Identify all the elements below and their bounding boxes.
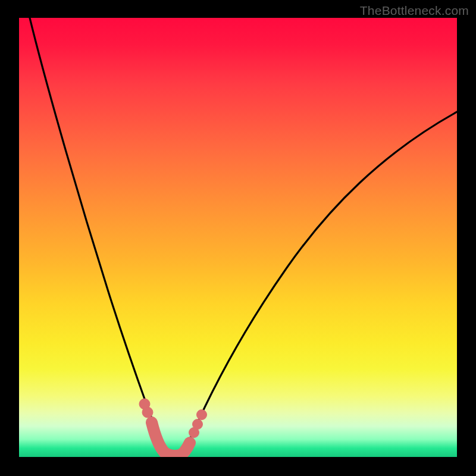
watermark-text: TheBottleneck.com — [360, 4, 469, 18]
chart-frame: TheBottleneck.com — [0, 0, 476, 476]
plot-area — [19, 18, 457, 457]
svg-point-3 — [193, 419, 203, 430]
svg-point-4 — [197, 410, 207, 420]
svg-point-1 — [142, 407, 153, 418]
highlight-markers — [139, 399, 207, 456]
bottleneck-curve-svg — [19, 18, 457, 457]
curve-right — [180, 112, 457, 456]
curve-left — [30, 18, 170, 456]
